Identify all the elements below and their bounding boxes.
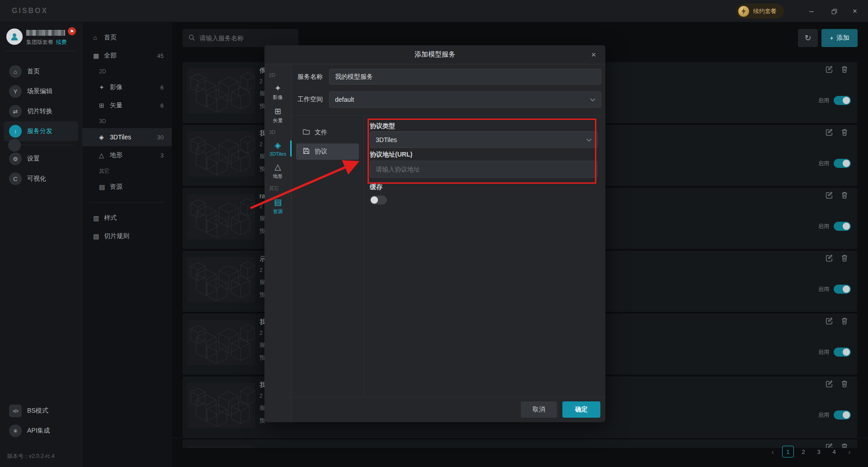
- pagination-page[interactable]: 1: [782, 446, 794, 457]
- menu-item-protocol[interactable]: 协议: [296, 143, 359, 160]
- catalog-item[interactable]: ◈ 3DTiles 30: [82, 128, 172, 146]
- service-name-input[interactable]: [329, 69, 601, 85]
- protocol-type-value: 3DTiles: [376, 136, 397, 143]
- modal-category-tab[interactable]: ✦ 影像: [264, 83, 291, 101]
- add-service-button[interactable]: + 添加: [821, 29, 858, 47]
- enable-toggle[interactable]: [834, 348, 851, 357]
- catalog-item[interactable]: ▥ 样式: [82, 209, 172, 227]
- protocol-url-input[interactable]: [370, 161, 598, 178]
- nav-label: API集成: [27, 427, 50, 435]
- sidebar-nav-item[interactable]: ✳ API集成: [4, 421, 78, 441]
- settings-icon: ⚙: [9, 152, 22, 165]
- edit-icon[interactable]: [825, 253, 834, 262]
- edit-icon[interactable]: [825, 191, 834, 200]
- slice-convert-icon: ⇄: [9, 105, 22, 118]
- refresh-button[interactable]: ↻: [798, 29, 818, 47]
- sidebar-nav-item[interactable]: ⌂ 首页: [4, 62, 78, 81]
- modal-close-icon[interactable]: ×: [588, 49, 599, 60]
- vector-icon: ⊞: [99, 102, 110, 109]
- catalog-label: 全部: [104, 52, 157, 60]
- floppy-icon: [302, 147, 310, 156]
- enable-toggle[interactable]: [834, 285, 851, 294]
- menu-item-file[interactable]: 文件: [296, 124, 359, 141]
- enable-toggle[interactable]: [834, 410, 851, 419]
- sidebar-nav-item[interactable]: Y 场景编辑: [4, 81, 78, 101]
- renew-plan-button[interactable]: 续约套餐: [736, 4, 784, 19]
- modal-category-tab[interactable]: 2D: [264, 72, 291, 78]
- catalog-item[interactable]: ▦ 全部 45: [82, 47, 172, 65]
- restore-button[interactable]: [828, 5, 840, 17]
- sidebar-nav-item[interactable]: C 可视化: [4, 169, 78, 189]
- catalog-item[interactable]: [90, 202, 165, 203]
- workspace-select[interactable]: default: [329, 91, 601, 108]
- pagination-next[interactable]: ›: [844, 446, 855, 457]
- chevron-down-icon: [590, 96, 595, 103]
- delete-icon[interactable]: [840, 253, 849, 262]
- enable-toggle[interactable]: [834, 222, 851, 231]
- scene-edit-icon: Y: [9, 85, 22, 98]
- edit-icon[interactable]: [825, 379, 834, 388]
- catalog-item[interactable]: 其它: [82, 164, 172, 178]
- titlebar: GISBOX 续约套餐 – ×: [0, 0, 868, 22]
- sidebar-nav-item[interactable]: </> BS模式: [4, 401, 78, 421]
- catalog-count: 6: [160, 84, 164, 91]
- catalog-item[interactable]: ▧ 切片规则: [82, 227, 172, 245]
- home-icon: ⌂: [93, 34, 104, 41]
- pagination-page[interactable]: 2: [797, 446, 809, 457]
- sidebar-nav-item[interactable]: ↑ 服务分发: [4, 121, 78, 141]
- modal-category-tab[interactable]: ◈ 3DTiles: [264, 140, 291, 157]
- modal-category-tab[interactable]: △ 地形: [264, 162, 291, 180]
- enable-toggle[interactable]: [834, 96, 851, 105]
- catalog-item[interactable]: 3D: [82, 114, 172, 128]
- category-label: 地形: [273, 173, 283, 180]
- version-label: 版本号：v2.0.2-rc.4: [7, 453, 55, 460]
- sidebar-nav-item[interactable]: ⇄ 切片转换: [4, 101, 78, 121]
- modal-footer-divider: [292, 397, 605, 397]
- sidebar-nav-item[interactable]: ⚙ 设置: [4, 149, 78, 169]
- modal-category-tab[interactable]: ⊞ 矢量: [264, 106, 291, 124]
- search-icon: [188, 34, 195, 43]
- delete-icon[interactable]: [840, 65, 849, 74]
- confirm-button[interactable]: 确定: [562, 401, 600, 418]
- catalog-item[interactable]: 2D: [82, 65, 172, 78]
- renew-link[interactable]: 续费: [56, 39, 67, 45]
- protocol-type-select[interactable]: 3DTiles: [370, 131, 598, 148]
- cancel-button[interactable]: 取消: [521, 401, 557, 418]
- delete-icon[interactable]: [840, 191, 849, 200]
- search-input[interactable]: [199, 34, 293, 42]
- home-icon: ⌂: [9, 65, 22, 78]
- pagination-page[interactable]: 4: [828, 446, 840, 457]
- modal-category-tab[interactable]: 其它: [264, 185, 291, 192]
- edit-icon[interactable]: [825, 316, 834, 325]
- add-model-service-modal: 添加模型服务 × 2D ✦ 影像 ⊞ 矢量 3D ◈ 3DTiles △ 地形 …: [264, 45, 605, 422]
- modal-category-tab[interactable]: 3D: [264, 129, 291, 135]
- sidebar-footer-nav: </> BS模式 ✳ API集成: [0, 401, 82, 441]
- catalog-item[interactable]: ⌂ 首页: [82, 29, 172, 47]
- delete-icon[interactable]: [840, 379, 849, 388]
- delete-icon[interactable]: [840, 316, 849, 325]
- catalog-item[interactable]: △ 地形 3: [82, 146, 172, 164]
- avatar[interactable]: [6, 29, 23, 45]
- enable-toggle[interactable]: [834, 159, 851, 168]
- cache-toggle[interactable]: [370, 195, 387, 205]
- pagination-prev[interactable]: ‹: [767, 446, 778, 457]
- chevron-down-icon: [586, 136, 592, 143]
- enable-label: 启用: [818, 411, 829, 419]
- app-window: GISBOX 续约套餐 – × ⚑ 集团版套餐续费 ⌂ 首页 Y: [0, 0, 868, 467]
- pagination-page[interactable]: 3: [813, 446, 825, 457]
- edit-icon[interactable]: [825, 128, 834, 137]
- catalog-item[interactable]: ▤ 资源: [82, 178, 172, 196]
- minimize-button[interactable]: –: [806, 5, 817, 17]
- modal-category-tab[interactable]: ▤ 资源: [264, 197, 291, 215]
- delete-icon[interactable]: [840, 128, 849, 137]
- edit-icon[interactable]: [825, 65, 834, 74]
- category-label: 其它: [269, 185, 279, 192]
- catalog-item[interactable]: ⊞ 矢量 6: [82, 96, 172, 114]
- service-publish-icon: ↑: [9, 125, 22, 138]
- close-window-button[interactable]: ×: [849, 5, 861, 17]
- protocol-type-label: 协议类型: [370, 122, 395, 130]
- protocol-url-label: 协议地址(URL): [370, 151, 412, 159]
- catalog-item[interactable]: ✦ 影像 6: [82, 78, 172, 96]
- sidebar-nav-item[interactable]: [8, 145, 74, 145]
- category-label: 2D: [269, 72, 275, 78]
